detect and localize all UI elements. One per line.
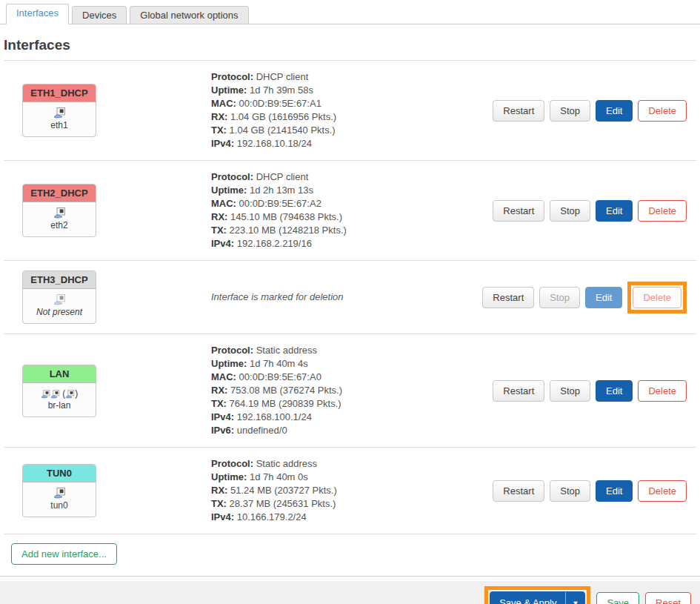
- interface-device-name: eth2: [25, 220, 93, 230]
- interface-details: Interface is marked for deletion: [211, 291, 482, 304]
- add-new-interface-button[interactable]: Add new interface...: [11, 543, 117, 565]
- detail-line: TX: 28.37 MB (245631 Pkts.): [211, 497, 481, 511]
- tab-global-network-options[interactable]: Global network options: [130, 6, 248, 24]
- detail-line: MAC: 00:0D:B9:5E:67:A0: [211, 371, 481, 384]
- detail-line: TX: 223.10 MB (1248218 Pkts.): [211, 224, 481, 237]
- detail-line: RX: 753.08 MB (376274 Pkts.): [211, 384, 481, 397]
- detail-line: IPv6: undefined/0: [211, 424, 481, 437]
- detail-line: RX: 145.10 MB (794638 Pkts.): [211, 210, 481, 224]
- interface-device-name: br-lan: [25, 400, 93, 411]
- detail-line: RX: 1.04 GB (1616956 Pkts.): [211, 110, 481, 124]
- detail-line: Protocol: DHCP client: [211, 70, 481, 84]
- stop-button[interactable]: Stop: [550, 380, 590, 402]
- detail-line: Protocol: Static address: [211, 344, 481, 357]
- edit-button: Edit: [585, 287, 622, 308]
- interface-actions: Restart Stop Edit Delete: [489, 480, 696, 502]
- add-interface-section: Add new interface...: [0, 534, 700, 577]
- save-apply-label: Save & Apply: [490, 592, 565, 604]
- delete-button[interactable]: Delete: [638, 200, 687, 222]
- delete-button[interactable]: Delete: [638, 480, 687, 502]
- detail-line: IPv4: 192.168.10.18/24: [211, 137, 481, 150]
- interface-device-name: tun0: [25, 500, 93, 511]
- delete-button[interactable]: Delete: [638, 380, 687, 402]
- save-apply-button[interactable]: Save & Apply ▼: [490, 591, 585, 604]
- edit-button[interactable]: Edit: [596, 480, 633, 502]
- interface-row-lan: LAN () br-lan Protocol: Static address U…: [4, 334, 696, 448]
- detail-line: Uptime: 1d 7h 39m 58s: [211, 84, 481, 97]
- interface-box-column: ETH1_DHCP eth1: [4, 84, 211, 137]
- interface-box-column: TUN0 tun0: [4, 464, 211, 517]
- interface-actions: Restart Stop Edit Delete: [482, 282, 696, 313]
- interface-details: Protocol: Static address Uptime: 1d 7h 4…: [211, 344, 489, 437]
- detail-line: Uptime: 1d 7h 40m 4s: [211, 357, 481, 371]
- detail-line: IPv4: 192.168.2.219/16: [211, 237, 481, 250]
- restart-button[interactable]: Restart: [493, 480, 544, 502]
- interface-row-eth1-dhcp: ETH1_DHCP eth1 Protocol: DHCP client Upt…: [4, 61, 696, 161]
- tab-bar: Interfaces Devices Global network option…: [0, 0, 700, 24]
- stop-button[interactable]: Stop: [550, 100, 590, 122]
- interface-box: LAN () br-lan: [22, 365, 96, 417]
- interfaces-table: ETH1_DHCP eth1 Protocol: DHCP client Upt…: [4, 60, 696, 534]
- delete-button[interactable]: Delete: [633, 287, 681, 308]
- stop-button[interactable]: Stop: [550, 200, 590, 222]
- interface-box-column: ETH3_DHCP Not present: [4, 271, 211, 324]
- page-actions-bar: Save & Apply ▼ Save Reset: [0, 581, 700, 604]
- interface-box-body: eth1: [23, 102, 96, 136]
- interface-box-body: Not present: [23, 289, 96, 323]
- interface-actions: Restart Stop Edit Delete: [489, 380, 696, 402]
- interface-zone-header: ETH3_DHCP: [23, 271, 96, 289]
- interface-box: TUN0 tun0: [22, 464, 96, 517]
- restart-button[interactable]: Restart: [493, 200, 544, 222]
- interface-row-eth3-dhcp: ETH3_DHCP Not present Interface is marke…: [4, 261, 696, 334]
- save-button[interactable]: Save: [596, 592, 639, 604]
- interface-zone-header: TUN0: [23, 465, 96, 482]
- edit-button[interactable]: Edit: [596, 200, 633, 222]
- interface-box-column: ETH2_DHCP eth2: [4, 184, 211, 237]
- chevron-down-icon[interactable]: ▼: [566, 592, 584, 604]
- edit-button[interactable]: Edit: [596, 100, 633, 122]
- interface-actions: Restart Stop Edit Delete: [489, 100, 696, 122]
- tunnel-icon: [53, 488, 66, 498]
- ethernet-icon: [65, 388, 75, 399]
- stop-button[interactable]: Stop: [550, 480, 590, 502]
- detail-line: Uptime: 1d 7h 40m 0s: [211, 471, 481, 484]
- detail-line: TX: 1.04 GB (2141540 Pkts.): [211, 124, 481, 137]
- interface-details: Protocol: DHCP client Uptime: 1d 2h 13m …: [211, 170, 489, 250]
- restart-button[interactable]: Restart: [482, 287, 534, 308]
- detail-line: Protocol: DHCP client: [211, 170, 481, 184]
- reset-button[interactable]: Reset: [645, 592, 691, 604]
- bridge-member-paren-close: ): [75, 388, 78, 399]
- detail-line: MAC: 00:0D:B9:5E:67:A2: [211, 197, 481, 210]
- tab-interfaces[interactable]: Interfaces: [6, 4, 69, 24]
- interface-device-name: eth1: [25, 120, 93, 130]
- interface-box: ETH2_DHCP eth2: [22, 184, 96, 237]
- interface-actions: Restart Stop Edit Delete: [489, 200, 696, 222]
- interface-box-body: eth2: [23, 202, 96, 236]
- edit-button[interactable]: Edit: [596, 380, 633, 402]
- ethernet-icon: [53, 107, 66, 118]
- highlight-ring: Save & Apply ▼: [484, 586, 590, 604]
- interface-box-column: LAN () br-lan: [4, 365, 211, 417]
- restart-button[interactable]: Restart: [493, 100, 544, 122]
- interface-details: Protocol: DHCP client Uptime: 1d 7h 39m …: [211, 70, 489, 150]
- interface-box: ETH1_DHCP eth1: [22, 84, 96, 137]
- interface-box-body: tun0: [23, 482, 96, 517]
- interface-zone-header: ETH2_DHCP: [23, 185, 96, 202]
- deletion-status-text: Interface is marked for deletion: [211, 291, 343, 302]
- ethernet-disabled-icon: [53, 294, 66, 305]
- detail-line: IPv4: 192.168.100.1/24: [211, 411, 481, 424]
- detail-line: Uptime: 1d 2h 13m 13s: [211, 184, 481, 197]
- detail-line: MAC: 00:0D:B9:5E:67:A1: [211, 97, 481, 110]
- tab-devices[interactable]: Devices: [72, 6, 127, 24]
- interface-row-eth2-dhcp: ETH2_DHCP eth2 Protocol: DHCP client Upt…: [4, 161, 696, 261]
- detail-line: IPv4: 10.166.179.2/24: [211, 511, 481, 524]
- interface-box: ETH3_DHCP Not present: [22, 271, 96, 324]
- restart-button[interactable]: Restart: [493, 380, 544, 402]
- ethernet-icon: [53, 208, 66, 218]
- highlight-ring: Delete: [627, 282, 687, 313]
- delete-button[interactable]: Delete: [638, 100, 687, 122]
- detail-line: TX: 764.19 MB (290839 Pkts.): [211, 397, 481, 411]
- interface-device-name: Not present: [25, 307, 93, 317]
- interface-box-body: () br-lan: [23, 383, 96, 417]
- page-title: Interfaces: [4, 37, 700, 53]
